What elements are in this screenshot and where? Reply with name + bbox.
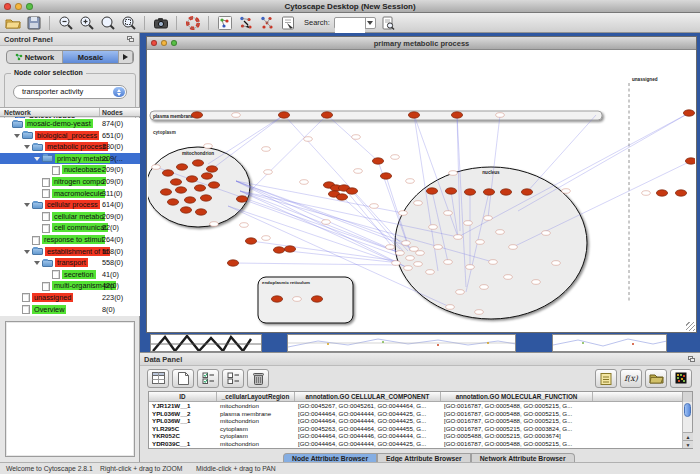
new-attribute-button[interactable] <box>172 369 194 388</box>
tree-expand-triangle-icon[interactable] <box>14 130 22 142</box>
network-node-selected-color[interactable] <box>236 196 247 202</box>
table-row[interactable]: YDR039C__1mitochondrion[GO:0044464, GO:0… <box>149 440 692 448</box>
column-header[interactable]: ID <box>149 392 217 401</box>
table-row[interactable]: YKR052Ccytoplasm[GO:0044464, GO:0044446,… <box>149 432 692 440</box>
network-node[interactable] <box>542 231 551 236</box>
attribute-list-button[interactable] <box>222 369 244 388</box>
table-cell[interactable]: mitochondrion <box>217 440 295 448</box>
network-node-selected-color[interactable] <box>284 246 295 252</box>
table-cell[interactable]: YPL036W__1 <box>149 417 217 425</box>
tree-row[interactable]: nitrogen compo209(0) <box>0 176 140 188</box>
window-resize-grip[interactable] <box>686 322 695 331</box>
network-node-selected-color[interactable] <box>311 296 322 302</box>
network-window-titlebar[interactable]: primary metabolic process <box>147 37 696 50</box>
network-node[interactable] <box>232 113 241 118</box>
network-node-selected-color[interactable] <box>683 110 694 116</box>
tree-row[interactable]: primary metabo209(... <box>0 153 140 165</box>
network-node[interactable] <box>414 201 423 206</box>
network-node[interactable] <box>293 297 302 302</box>
network-node[interactable] <box>262 236 271 241</box>
tree-row[interactable]: cellular process614(0) <box>0 199 140 211</box>
table-cell[interactable]: [GO:0044464, GO:0044446, GO:0044444, G..… <box>295 432 441 440</box>
tree-row[interactable]: cellular metabo209(0) <box>0 211 140 223</box>
network-node[interactable] <box>386 245 395 250</box>
network-node-selected-color[interactable] <box>408 112 419 118</box>
network-node-selected-color[interactable] <box>346 188 357 194</box>
network-node-selected-color[interactable] <box>380 173 391 179</box>
network-node[interactable] <box>404 266 413 271</box>
table-cell[interactable]: [GO:0044464, GO:0044444, GO:0044425, G..… <box>295 417 441 425</box>
network-edge[interactable] <box>233 263 396 265</box>
network-node-selected-color[interactable] <box>186 176 197 182</box>
table-cell[interactable] <box>593 410 683 418</box>
table-cell[interactable] <box>593 402 683 410</box>
table-cell[interactable]: [GO:0045263, GO:0044464, GO:0044455, G..… <box>295 425 441 433</box>
network-node[interactable] <box>476 240 485 245</box>
birds-eye-view[interactable] <box>5 321 135 457</box>
table-row[interactable]: YLR295Ccytoplasm[GO:0045263, GO:0044464,… <box>149 425 692 433</box>
network-node[interactable] <box>642 191 651 196</box>
network-node[interactable] <box>300 180 309 185</box>
network-node-selected-color[interactable] <box>176 164 187 170</box>
table-cell[interactable]: mitochondrion <box>217 402 295 410</box>
network-node[interactable] <box>406 179 415 184</box>
table-cell[interactable] <box>593 432 683 440</box>
network-node[interactable] <box>352 135 361 140</box>
tree-row[interactable]: establishment of lo558(0) <box>0 246 140 258</box>
network-node-selected-color[interactable] <box>685 158 695 164</box>
attribute-checklist-button[interactable] <box>197 369 219 388</box>
network-node-selected-color[interactable] <box>175 187 186 193</box>
network-node-selected-color[interactable] <box>162 170 173 176</box>
annotation-icon[interactable] <box>279 14 296 31</box>
network-node-selected-color[interactable] <box>194 185 205 191</box>
table-cell[interactable]: cytoplasm <box>217 425 295 433</box>
network-edge[interactable] <box>236 181 406 243</box>
tree-expand-triangle-icon[interactable] <box>24 199 32 211</box>
table-row[interactable]: YPL036W__2plasma membrane[GO:0044464, GO… <box>149 410 692 418</box>
network-node-selected-color[interactable] <box>206 166 217 172</box>
table-cell[interactable]: [GO:0016787, GO:0005488, GO:0005215, G..… <box>441 410 593 418</box>
network-edge[interactable] <box>527 115 596 192</box>
network-node[interactable] <box>475 310 484 315</box>
dropdown-stepper-icon[interactable] <box>113 87 125 97</box>
network-node[interactable] <box>240 223 249 228</box>
network-edge[interactable] <box>208 115 284 164</box>
tab-mosaic[interactable]: Mosaic <box>63 51 119 63</box>
background-window[interactable] <box>552 334 667 352</box>
network-node-selected-color[interactable] <box>245 238 256 244</box>
network-node-selected-color[interactable] <box>191 112 202 118</box>
network-node[interactable] <box>304 137 313 142</box>
tree-row[interactable]: metabolic process280(0) <box>0 141 140 153</box>
network-node-selected-color[interactable] <box>336 194 347 200</box>
tree-row[interactable]: cell communicat22(0) <box>0 222 140 234</box>
network-node[interactable] <box>264 170 273 175</box>
network-edge[interactable] <box>212 115 284 169</box>
network-node[interactable] <box>204 144 213 149</box>
network-node[interactable] <box>392 261 401 266</box>
network-node[interactable] <box>489 260 498 265</box>
network-node-selected-color[interactable] <box>201 173 212 179</box>
network-node-selected-color[interactable] <box>160 189 171 195</box>
network-node[interactable] <box>402 241 411 246</box>
network-canvas[interactable]: plasma membranecytoplasmmitochondrionnuc… <box>148 51 695 332</box>
network-node-selected-color[interactable] <box>500 189 511 195</box>
zoom-selected-region-icon[interactable] <box>120 14 137 31</box>
network-node-selected-color[interactable] <box>521 189 532 195</box>
tree-row[interactable]: multi-organism pro42(0) <box>0 280 140 292</box>
network-node[interactable] <box>562 189 571 194</box>
network-node-selected-color[interactable] <box>208 182 219 188</box>
tree-col-network[interactable]: Network <box>4 109 31 116</box>
network-node[interactable] <box>262 147 271 152</box>
network-node[interactable] <box>454 235 463 240</box>
network-node-selected-color[interactable] <box>483 189 494 195</box>
network-node-selected-color[interactable] <box>464 189 475 195</box>
delete-attribute-trash-button[interactable] <box>247 369 269 388</box>
tree-expand-triangle-icon[interactable] <box>24 246 32 258</box>
import-attributes-folder-button[interactable] <box>645 369 667 388</box>
network-node-selected-color[interactable] <box>271 296 282 302</box>
table-cell[interactable]: YDR039C__1 <box>149 440 217 448</box>
table-cell[interactable]: [GO:0016787, GO:0005488, GO:0005215, G..… <box>441 417 593 425</box>
table-cell[interactable]: [GO:0016787, GO:0005215, GO:0003824, G..… <box>441 425 593 433</box>
tree-row[interactable]: mosaic-demo-yeast874(0) <box>0 118 140 130</box>
search-combobox[interactable] <box>334 17 376 29</box>
